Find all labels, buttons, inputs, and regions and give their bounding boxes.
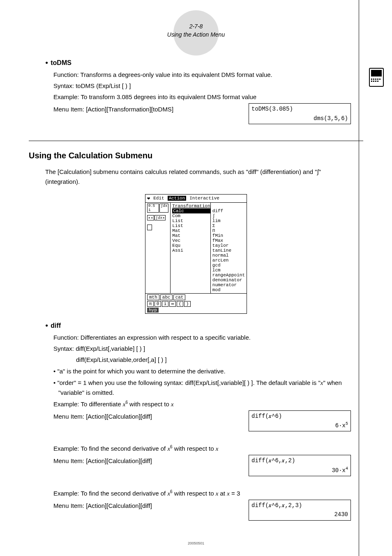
calculator-icon: [369, 68, 384, 87]
todms-syntax: Syntax: toDMS (Exp/List [ ) ]: [53, 81, 351, 91]
todms-calc-display: toDMS(3.085) dms(3,5,6): [249, 103, 351, 124]
calc-menu-item: rangeAppoint: [212, 273, 245, 278]
calc-output: 2430: [251, 510, 348, 519]
submenu-item: Vec: [172, 238, 210, 243]
calc-menu-item: taylor: [212, 243, 245, 248]
todms-example: Example: To transform 3.085 degrees into…: [53, 92, 351, 102]
diff-calc-display-3: diff(𝒙^6,𝒙,2,3) 2430: [249, 500, 351, 521]
soft-key: θ: [154, 301, 161, 307]
diff-menu-item: Menu Item: [Action][Calculation][diff]: [53, 456, 240, 466]
calc-output: dms(3,5,6): [251, 114, 348, 123]
hyp-key: hyp: [147, 308, 159, 313]
calc-menu-item: lim: [212, 218, 245, 223]
calc-menu-item: denominator: [212, 278, 245, 283]
page-title: Using the Action Menu: [29, 31, 363, 39]
calc-input: diff(𝒙^6): [251, 412, 348, 421]
menu-interactive: Interactive: [189, 196, 219, 201]
diff-calc-display-2: diff(𝒙^6,𝒙,2) 30·x4: [249, 455, 351, 476]
calc-input: diff(𝒙^6,𝒙,2): [251, 456, 348, 465]
diff-syntax2: diff(Exp/List,variable,order[,a] [ ) ]: [76, 355, 351, 365]
calc-menu-item: normal: [212, 253, 245, 258]
todms-body: Function: Transforms a degrees-only valu…: [53, 70, 351, 124]
diff-heading: diff: [45, 322, 363, 329]
todms-heading: toDMS: [45, 59, 363, 67]
calc-menu-item: diff: [212, 208, 245, 213]
submenu-header: Transformation: [172, 204, 210, 208]
soft-key: ∞: [169, 301, 176, 307]
diff-example3: Example: To find the second derivative o…: [53, 489, 351, 498]
calc-menu-item: gcd: [212, 263, 245, 268]
diff-note-order: "order" = 1 when you use the following s…: [53, 378, 351, 398]
calc-output: 30·x4: [251, 466, 348, 475]
diff-example2: Example: To find the second derivative o…: [53, 444, 351, 454]
calc-menu-item: fMin: [212, 233, 245, 238]
submenu-item: Com: [172, 213, 210, 218]
soft-tab: mth: [147, 294, 159, 300]
menu-edit: Edit: [153, 196, 164, 201]
page-header: 2-7-8 Using the Action Menu: [29, 12, 363, 39]
soft-key: (: [177, 301, 183, 307]
soft-key: ): [184, 301, 191, 307]
submenu-item: Mat: [172, 228, 210, 233]
calc-menu-item: Π: [212, 228, 245, 233]
heart-icon: ❤: [147, 195, 150, 202]
submenu-item: List: [172, 218, 210, 223]
calc-output: 6·x5: [251, 421, 348, 430]
diff-menu-item: Menu Item: [Action][Calculation][diff]: [53, 412, 240, 422]
calc-input: diff(𝒙^6,𝒙,2,3): [251, 501, 348, 510]
calc-menu-item: lcm: [212, 268, 245, 273]
soft-key: π: [147, 301, 154, 307]
calc-menu-item: numerator: [212, 283, 245, 287]
submenu-item: Mat: [172, 233, 210, 238]
calc-menu-item: fMax: [212, 238, 245, 243]
diff-menu-item: Menu Item: [Action][Calculation][diff]: [53, 501, 240, 511]
submenu-item: Calc: [172, 208, 210, 213]
todms-menu-item: Menu Item: [Action][Transformation][toDM…: [53, 104, 240, 114]
todms-function: Function: Transforms a degrees-only valu…: [53, 70, 351, 80]
calc-section-title: Using the Calculation Submenu: [29, 151, 363, 160]
submenu-item: Equ: [172, 243, 210, 248]
calc-menu-item: Σ: [212, 223, 245, 228]
submenu-item: List: [172, 223, 210, 228]
diff-body: Function: Differentiates an expression w…: [53, 333, 351, 521]
calc-menu-item: ∫: [212, 213, 245, 218]
page-ref: 2-7-8: [29, 23, 363, 31]
submenu-item: Assi: [172, 248, 210, 253]
menu-action: Action: [168, 196, 187, 201]
soft-tab: abc: [160, 294, 173, 300]
menu-screenshot: ❤ Edit Action Interactive 0.5 1∫dx ▸◂∫dx…: [145, 194, 247, 314]
diff-note-a: "a" is the point for which you want to d…: [53, 366, 351, 376]
calc-menu-item: mod: [212, 287, 245, 292]
soft-key: i: [162, 301, 168, 307]
section-divider: [29, 141, 363, 141]
diff-calc-display-1: diff(𝒙^6) 6·x5: [249, 410, 351, 431]
diff-function: Function: Differentiates an expression w…: [53, 333, 351, 343]
calc-menu-item: arcLen: [212, 258, 245, 263]
calc-section-intro: The [Calculation] submenu contains calcu…: [45, 167, 351, 187]
footer-id: 20050501: [29, 541, 363, 545]
diff-example1: Example: To differentiate x6 with respec…: [53, 399, 351, 409]
diff-syntax1: Syntax: diff(Exp/List[,variable] [ ) ]: [53, 344, 351, 354]
soft-tab: cat: [173, 294, 186, 300]
calc-menu-item: tanLine: [212, 248, 245, 253]
calc-input: toDMS(3.085): [251, 104, 348, 114]
